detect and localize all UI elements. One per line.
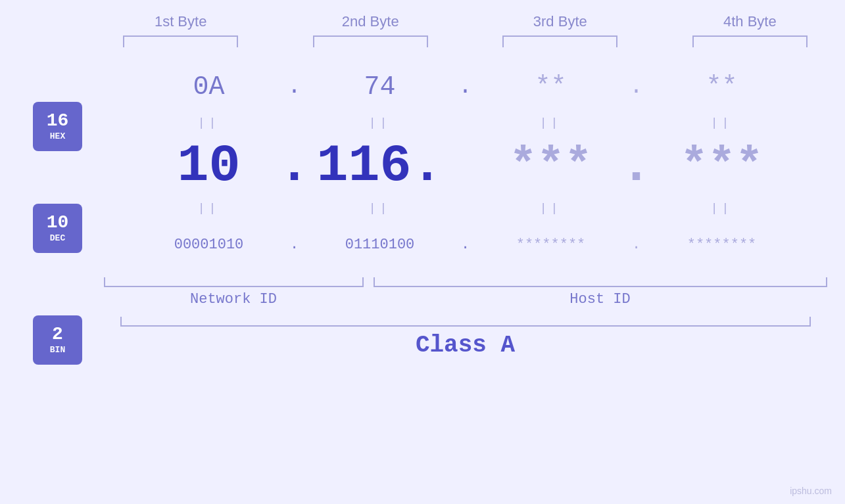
byte2-header: 2nd Byte: [298, 13, 443, 30]
byte-headers: 1st Byte 2nd Byte 3rd Byte 4th Byte: [104, 13, 827, 30]
hex-byte2: 74: [308, 72, 452, 102]
network-id-label: Network ID: [104, 291, 364, 308]
bin-byte4: ********: [650, 237, 794, 253]
badge-dec: 10 DEC: [33, 204, 82, 253]
bin-byte3: ********: [479, 237, 623, 253]
dec-byte4: ***: [650, 140, 794, 192]
bin-byte2: 01110100: [308, 237, 452, 253]
host-id-label: Host ID: [374, 291, 827, 308]
watermark: ipshu.com: [790, 486, 832, 496]
bracket-4: [692, 35, 808, 47]
hex-byte1: 0A: [137, 72, 281, 102]
class-label-row: Class A: [104, 332, 827, 359]
eq1-b4: ||: [650, 116, 794, 129]
badge-hex: 16 HEX: [33, 102, 82, 151]
dec-byte2: 116.: [308, 136, 452, 196]
hex-dot1: .: [281, 74, 308, 100]
eq2-b4: ||: [650, 202, 794, 215]
network-bracket: [104, 277, 364, 287]
eq2-b2: ||: [308, 202, 452, 215]
hex-dot3: .: [623, 74, 650, 100]
byte4-header: 4th Byte: [677, 13, 822, 30]
dec-dot3: .: [623, 136, 650, 196]
badge-bin: 2 BIN: [33, 315, 82, 365]
id-labels: Network ID Host ID: [104, 291, 827, 308]
dec-row: 10 . 116. *** . ***: [104, 133, 827, 198]
bin-dot1: .: [281, 237, 308, 253]
byte3-header: 3rd Byte: [488, 13, 633, 30]
bin-dot3: .: [623, 237, 650, 253]
bracket-2: [313, 35, 428, 47]
eq1-b1: ||: [137, 116, 281, 129]
class-bracket-wrapper: [120, 317, 811, 327]
bin-dot2: .: [452, 237, 479, 253]
main-container: 1st Byte 2nd Byte 3rd Byte 4th Byte 16 H…: [0, 0, 845, 504]
bracket-3: [502, 35, 617, 47]
hex-row: 0A . 74 . ** . **: [104, 60, 827, 113]
equals-row-2: || || || ||: [104, 198, 827, 218]
bin-byte1: 00001010: [137, 237, 281, 253]
dec-dot1: .: [281, 136, 308, 196]
hex-byte4: **: [650, 72, 794, 102]
top-brackets: [104, 35, 827, 47]
hex-dot2: .: [452, 74, 479, 100]
hex-byte3: **: [479, 72, 623, 102]
eq1-b2: ||: [308, 116, 452, 129]
class-label: Class A: [416, 332, 515, 359]
dec-byte3: ***: [479, 140, 623, 192]
bin-row: 00001010 . 01110100 . ******** . *******…: [104, 218, 827, 271]
byte1-header: 1st Byte: [109, 13, 253, 30]
eq1-b3: ||: [479, 116, 623, 129]
bottom-brackets: [104, 277, 827, 287]
eq2-b3: ||: [479, 202, 623, 215]
dec-byte1: 10: [137, 136, 281, 196]
class-bracket: [120, 317, 811, 327]
equals-row-1: || || || ||: [104, 113, 827, 133]
eq2-b1: ||: [137, 202, 281, 215]
host-bracket: [374, 277, 827, 287]
bracket-1: [123, 35, 238, 47]
